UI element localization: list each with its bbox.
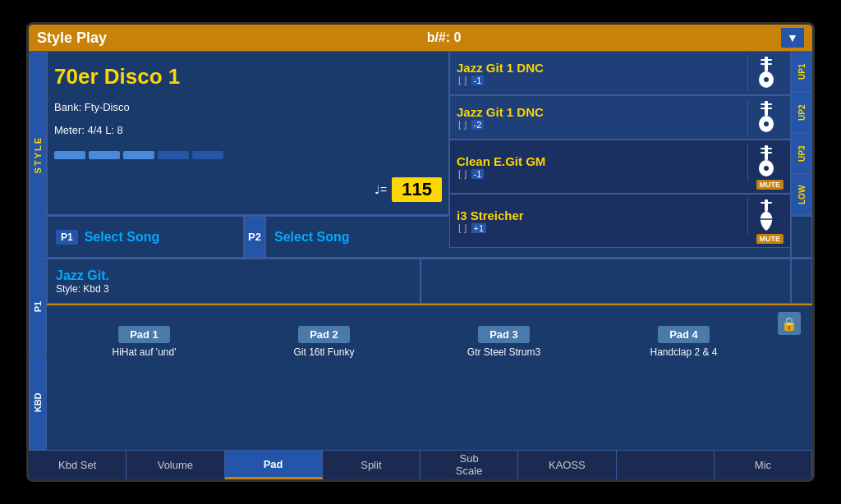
mute-badge-4: MUTE (756, 234, 784, 244)
voice-name-2: Jazz Git 1 DNC (457, 105, 747, 119)
tab-volume[interactable]: Volume (126, 451, 224, 479)
voice-icon-1 (747, 55, 784, 91)
main-area: STYLE P1 KBD 70er Disco 1 Bank: Fty-Disc… (29, 51, 812, 450)
voice-indicator-2: ⌊⌋ -2 (457, 119, 742, 131)
voice-icon-3 (747, 144, 784, 180)
voice-row-2[interactable]: Jazz Git 1 DNC ⌊⌋ -2 (449, 95, 791, 140)
top-section: 70er Disco 1 Bank: Fty-Disco Meter: 4/4 … (47, 51, 812, 215)
kbd-panel: Jazz Git. Style: Kbd 3 (47, 259, 420, 304)
svg-rect-8 (761, 108, 772, 109)
svg-rect-10 (765, 115, 767, 117)
style-name: 70er Disco 1 (54, 64, 442, 89)
style-bars (54, 151, 442, 159)
voice-row-4[interactable]: i3 Streicher ⌊⌋ +1 (449, 194, 791, 248)
svg-rect-16 (765, 159, 767, 162)
bar-2 (89, 151, 120, 159)
header-title: Style Play (37, 30, 107, 47)
label-low: LOW (791, 174, 812, 215)
p1-select-song[interactable]: Select Song (85, 230, 160, 245)
pad-group-1: Pad 1 HiHat auf 'und' (58, 326, 230, 358)
p2-select-song[interactable]: Select Song (274, 230, 350, 245)
pad-group-2: Pad 2 Git 16tl Funky (238, 326, 410, 358)
pad-4-desc: Handclap 2 & 4 (650, 346, 717, 358)
svg-rect-7 (761, 103, 772, 105)
pad-group-3: Pad 3 Gtr Steel Strum3 (418, 326, 590, 358)
header-arrow[interactable]: ▼ (781, 28, 804, 48)
svg-rect-2 (761, 63, 772, 65)
pad-2-desc: Git 16tl Funky (293, 346, 354, 358)
voice-name-1: Jazz Git 1 DNC (457, 61, 747, 75)
svg-rect-18 (765, 199, 768, 211)
side-right-labels: UP1 UP2 UP3 LOW (791, 51, 812, 215)
tab-sub-scale[interactable]: Sub Scale (420, 451, 518, 479)
label-up1: UP1 (791, 51, 812, 92)
mute-badge-3: MUTE (756, 180, 784, 190)
bpm-row: ♩= 115 (54, 177, 442, 202)
svg-rect-20 (765, 210, 767, 213)
style-bank: Bank: Fty-Disco (54, 101, 442, 113)
side-label-kbd: KBD (29, 355, 47, 450)
svg-point-5 (764, 77, 769, 82)
tab-kbd-set[interactable]: Kbd Set (29, 451, 126, 479)
mid-right-spacer (791, 216, 812, 258)
p1-label: P1 (56, 230, 78, 245)
kbd-style: Style: Kbd 3 (56, 283, 411, 295)
bar-1 (54, 151, 85, 159)
kbd-right-spacer (791, 259, 812, 304)
voice-indicator-1: ⌊⌋ -1 (457, 75, 742, 86)
header: Style Play b/#: 0 ▼ (29, 25, 812, 51)
pad-3-desc: Gtr Steel Strum3 (467, 346, 540, 358)
pad-2-btn[interactable]: Pad 2 (298, 326, 350, 343)
label-up3: UP3 (791, 133, 812, 174)
voice-name-3: Clean E.Git GM (457, 154, 747, 168)
pads-section: Pad 1 HiHat auf 'und' Pad 2 Git 16tl Fun… (47, 304, 812, 378)
voice-indicator-3: ⌊⌋ -1 (457, 168, 742, 180)
tab-mic[interactable]: Mic (715, 451, 812, 479)
content: 70er Disco 1 Bank: Fty-Disco Meter: 4/4 … (47, 51, 812, 450)
voice-icon-4 (747, 198, 784, 234)
svg-rect-4 (765, 71, 767, 73)
pad-1-desc: HiHat auf 'und' (113, 346, 177, 358)
label-up2: UP2 (791, 92, 812, 133)
tab-kaoss[interactable]: KAOSS (518, 451, 616, 479)
voice-icon-2 (747, 99, 784, 135)
voice-indicator-4: ⌊⌋ +1 (457, 222, 742, 234)
svg-rect-19 (761, 202, 772, 204)
svg-rect-13 (761, 148, 772, 149)
tab-split[interactable]: Split (323, 451, 420, 479)
p2-divider: P2 (244, 216, 265, 258)
pad-4-btn[interactable]: Pad 4 (658, 326, 710, 343)
side-label-p1: P1 (29, 259, 47, 354)
svg-point-11 (764, 121, 769, 126)
voices-panel: Jazz Git 1 DNC ⌊⌋ -1 (449, 51, 791, 215)
tab-pad[interactable]: Pad (225, 451, 323, 479)
svg-rect-1 (761, 59, 772, 61)
side-labels: STYLE P1 KBD (29, 51, 47, 450)
voice-name-4: i3 Streicher (457, 208, 747, 222)
pad-1-btn[interactable]: Pad 1 (118, 326, 170, 343)
voice-row-3[interactable]: Clean E.Git GM ⌊⌋ -1 (449, 140, 791, 194)
kbd-name: Jazz Git. (56, 268, 411, 283)
pad-3-btn[interactable]: Pad 3 (478, 326, 530, 343)
svg-point-17 (764, 166, 769, 171)
voice-row-1[interactable]: Jazz Git 1 DNC ⌊⌋ -1 (449, 51, 791, 95)
header-beat: b/#: 0 (427, 30, 462, 45)
lock-icon[interactable]: 🔒 (778, 312, 801, 335)
pad-group-4: Pad 4 Handclap 2 & 4 (598, 326, 770, 358)
bar-5 (192, 151, 223, 159)
side-label-style: STYLE (29, 51, 47, 259)
tab-empty[interactable] (617, 451, 715, 479)
style-meter: Meter: 4/4 L: 8 (54, 124, 442, 136)
style-panel: 70er Disco 1 Bank: Fty-Disco Meter: 4/4 … (47, 51, 449, 215)
kbd-voice-area (420, 259, 791, 304)
tabs: Kbd Set Volume Pad Split Sub Scale KAOSS… (29, 450, 812, 479)
screen: Style Play b/#: 0 ▼ STYLE P1 KBD 70er Di… (26, 22, 815, 482)
bar-3 (123, 151, 154, 159)
p1-panel: P1 Select Song (47, 216, 244, 258)
kbd-section: Jazz Git. Style: Kbd 3 (47, 258, 812, 304)
bpm-value[interactable]: 115 (392, 177, 442, 202)
bpm-symbol: ♩= (375, 183, 387, 196)
bar-4 (158, 151, 189, 159)
svg-rect-14 (761, 152, 772, 153)
